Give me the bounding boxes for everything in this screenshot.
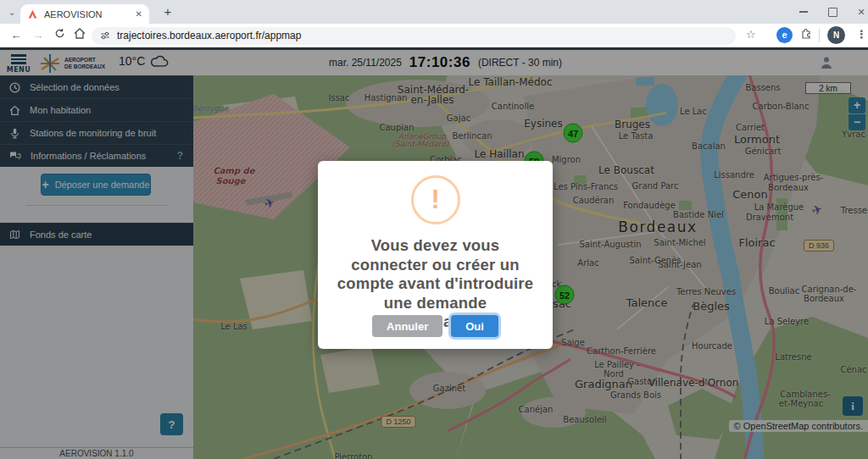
browser-toolbar: ← → trajectoires.bordeaux.aeroport.fr/ap… xyxy=(0,24,868,47)
refresh-icon xyxy=(54,28,65,39)
home-icon xyxy=(74,28,86,39)
site-settings-icon xyxy=(100,30,110,41)
forward-button[interactable]: → xyxy=(31,28,46,43)
back-button[interactable]: ← xyxy=(8,28,24,43)
window-close-button[interactable]: ✕ xyxy=(847,0,868,24)
site-favicon xyxy=(27,8,38,19)
extension-badge[interactable]: e xyxy=(776,27,793,43)
browser-tab-strip: ⌄ AEROVISION ✕ + ✕ xyxy=(0,0,868,24)
login-required-dialog: ! Vous devez vous connecter ou créer un … xyxy=(318,161,553,349)
browser-menu-kebab-icon[interactable]: ⋮ xyxy=(856,28,867,41)
extensions-puzzle-icon[interactable] xyxy=(800,28,812,42)
browser-window: ⌄ AEROVISION ✕ + ✕ ← → trajectoires.bord… xyxy=(0,0,868,459)
tab-title: AEROVISION xyxy=(44,9,130,19)
aerovision-app: MENU AEROPORT DE BORDEAUX 10°C ma xyxy=(0,47,868,459)
window-maximize-button[interactable] xyxy=(818,0,847,24)
home-button[interactable] xyxy=(72,28,87,43)
new-tab-button[interactable]: + xyxy=(159,3,176,20)
bookmark-star-icon[interactable]: ☆ xyxy=(746,28,756,41)
browser-tab[interactable]: AEROVISION ✕ xyxy=(20,4,149,24)
puzzle-icon xyxy=(800,28,812,40)
toolbar-divider xyxy=(819,29,820,42)
warning-icon: ! xyxy=(411,175,460,224)
refresh-button[interactable] xyxy=(52,28,67,43)
url-text: trajectoires.bordeaux.aeroport.fr/appmap xyxy=(117,30,301,41)
tab-close-icon[interactable]: ✕ xyxy=(136,9,142,19)
window-minimize-button[interactable] xyxy=(789,0,818,24)
confirm-button[interactable]: Oui xyxy=(451,315,498,337)
tab-search-button[interactable]: ⌄ xyxy=(5,6,19,19)
profile-avatar[interactable]: N xyxy=(827,26,845,44)
cancel-button[interactable]: Annuler xyxy=(372,315,442,337)
address-bar[interactable]: trajectoires.bordeaux.aeroport.fr/appmap xyxy=(92,27,736,45)
